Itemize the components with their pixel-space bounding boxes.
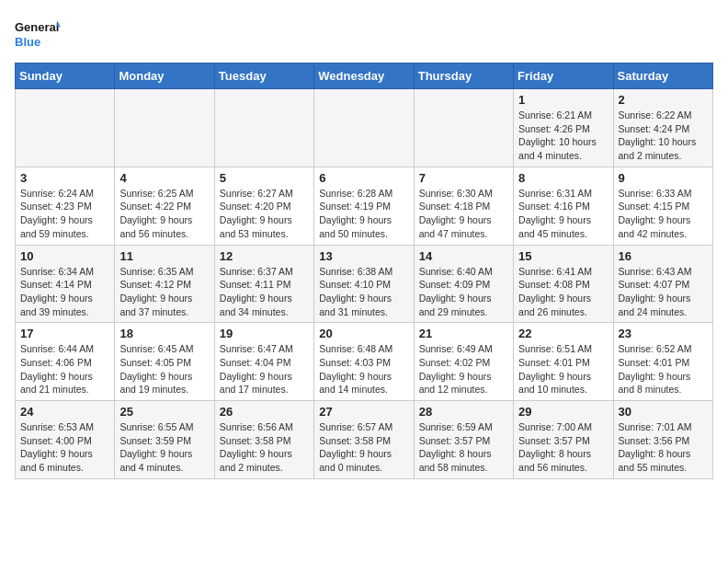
day-number: 18 (119, 327, 209, 340)
day-number: 10 (20, 249, 109, 263)
calendar-cell: 13Sunrise: 6:38 AM Sunset: 4:10 PM Dayli… (314, 245, 414, 323)
day-info: Sunrise: 6:33 AM Sunset: 4:15 PM Dayligh… (619, 187, 708, 241)
day-info: Sunrise: 6:51 AM Sunset: 4:01 PM Dayligh… (518, 342, 608, 396)
day-info: Sunrise: 6:53 AM Sunset: 4:00 PM Dayligh… (20, 420, 109, 475)
calendar-cell: 22Sunrise: 6:51 AM Sunset: 4:01 PM Dayli… (514, 323, 613, 401)
day-header-sunday: Sunday (16, 63, 115, 89)
day-info: Sunrise: 6:27 AM Sunset: 4:20 PM Dayligh… (220, 187, 309, 241)
calendar-cell (414, 89, 513, 167)
calendar-cell: 8Sunrise: 6:31 AM Sunset: 4:16 PM Daylig… (514, 167, 613, 245)
calendar-cell (16, 89, 115, 167)
day-number: 12 (220, 249, 309, 263)
calendar-cell: 18Sunrise: 6:45 AM Sunset: 4:05 PM Dayli… (115, 323, 214, 401)
calendar-cell: 30Sunrise: 7:01 AM Sunset: 3:56 PM Dayli… (613, 401, 712, 479)
calendar-cell: 4Sunrise: 6:25 AM Sunset: 4:22 PM Daylig… (115, 167, 214, 245)
calendar-cell: 6Sunrise: 6:28 AM Sunset: 4:19 PM Daylig… (314, 167, 414, 245)
day-number: 19 (220, 327, 309, 340)
calendar-cell: 15Sunrise: 6:41 AM Sunset: 4:08 PM Dayli… (514, 245, 613, 323)
day-header-friday: Friday (514, 63, 613, 89)
day-header-wednesday: Wednesday (314, 63, 414, 89)
day-info: Sunrise: 6:43 AM Sunset: 4:07 PM Dayligh… (619, 265, 708, 319)
week-row-3: 10Sunrise: 6:34 AM Sunset: 4:14 PM Dayli… (16, 245, 713, 323)
week-row-2: 3Sunrise: 6:24 AM Sunset: 4:23 PM Daylig… (16, 167, 713, 245)
svg-text:General: General (15, 20, 59, 34)
calendar-cell: 1Sunrise: 6:21 AM Sunset: 4:26 PM Daylig… (514, 89, 613, 167)
day-info: Sunrise: 7:01 AM Sunset: 3:56 PM Dayligh… (619, 420, 708, 475)
calendar-table: SundayMondayTuesdayWednesdayThursdayFrid… (15, 63, 713, 479)
calendar-cell: 5Sunrise: 6:27 AM Sunset: 4:20 PM Daylig… (214, 167, 313, 245)
calendar-cell (214, 89, 313, 167)
calendar-cell: 26Sunrise: 6:56 AM Sunset: 3:58 PM Dayli… (214, 401, 313, 479)
day-number: 14 (419, 249, 508, 263)
day-number: 6 (319, 171, 408, 185)
logo: General Blue (15, 15, 61, 55)
day-info: Sunrise: 6:52 AM Sunset: 4:01 PM Dayligh… (619, 342, 708, 396)
day-header-monday: Monday (115, 63, 214, 89)
calendar-cell: 25Sunrise: 6:55 AM Sunset: 3:59 PM Dayli… (115, 401, 214, 479)
calendar-cell (115, 89, 214, 167)
day-header-thursday: Thursday (414, 63, 513, 89)
day-header-saturday: Saturday (613, 63, 712, 89)
day-number: 13 (319, 249, 408, 263)
calendar-cell: 27Sunrise: 6:57 AM Sunset: 3:58 PM Dayli… (314, 401, 414, 479)
calendar-cell: 20Sunrise: 6:48 AM Sunset: 4:03 PM Dayli… (314, 323, 414, 401)
day-number: 2 (619, 93, 708, 107)
calendar-header-row: SundayMondayTuesdayWednesdayThursdayFrid… (16, 63, 713, 89)
day-number: 30 (619, 405, 708, 419)
calendar-cell: 24Sunrise: 6:53 AM Sunset: 4:00 PM Dayli… (16, 401, 115, 479)
day-info: Sunrise: 6:37 AM Sunset: 4:11 PM Dayligh… (220, 265, 309, 319)
day-info: Sunrise: 6:31 AM Sunset: 4:16 PM Dayligh… (518, 187, 608, 241)
day-number: 5 (220, 171, 309, 185)
calendar-cell: 2Sunrise: 6:22 AM Sunset: 4:24 PM Daylig… (613, 89, 712, 167)
calendar-cell: 16Sunrise: 6:43 AM Sunset: 4:07 PM Dayli… (613, 245, 712, 323)
day-number: 16 (619, 249, 708, 263)
day-info: Sunrise: 7:00 AM Sunset: 3:57 PM Dayligh… (518, 420, 608, 475)
calendar-cell (314, 89, 414, 167)
day-info: Sunrise: 6:44 AM Sunset: 4:06 PM Dayligh… (20, 342, 109, 396)
day-info: Sunrise: 6:25 AM Sunset: 4:22 PM Dayligh… (119, 187, 209, 241)
week-row-5: 24Sunrise: 6:53 AM Sunset: 4:00 PM Dayli… (16, 401, 713, 479)
logo-svg: General Blue (15, 15, 61, 55)
day-number: 27 (319, 405, 408, 419)
week-row-4: 17Sunrise: 6:44 AM Sunset: 4:06 PM Dayli… (16, 323, 713, 401)
day-number: 3 (20, 171, 109, 185)
calendar-cell: 21Sunrise: 6:49 AM Sunset: 4:02 PM Dayli… (414, 323, 513, 401)
calendar-cell: 29Sunrise: 7:00 AM Sunset: 3:57 PM Dayli… (514, 401, 613, 479)
day-info: Sunrise: 6:22 AM Sunset: 4:24 PM Dayligh… (619, 109, 708, 163)
day-number: 22 (518, 327, 608, 340)
day-info: Sunrise: 6:59 AM Sunset: 3:57 PM Dayligh… (419, 420, 508, 475)
day-number: 17 (20, 327, 109, 340)
day-number: 26 (220, 405, 309, 419)
day-info: Sunrise: 6:45 AM Sunset: 4:05 PM Dayligh… (119, 342, 209, 396)
day-header-tuesday: Tuesday (214, 63, 313, 89)
calendar-cell: 12Sunrise: 6:37 AM Sunset: 4:11 PM Dayli… (214, 245, 313, 323)
day-number: 4 (119, 171, 209, 185)
page-header: General Blue (15, 15, 713, 55)
day-number: 24 (20, 405, 109, 419)
day-number: 28 (419, 405, 508, 419)
calendar-cell: 7Sunrise: 6:30 AM Sunset: 4:18 PM Daylig… (414, 167, 513, 245)
day-info: Sunrise: 6:56 AM Sunset: 3:58 PM Dayligh… (220, 420, 309, 475)
day-number: 15 (518, 249, 608, 263)
calendar-cell: 3Sunrise: 6:24 AM Sunset: 4:23 PM Daylig… (16, 167, 115, 245)
calendar-cell: 14Sunrise: 6:40 AM Sunset: 4:09 PM Dayli… (414, 245, 513, 323)
day-info: Sunrise: 6:48 AM Sunset: 4:03 PM Dayligh… (319, 342, 408, 396)
day-number: 1 (518, 93, 608, 107)
calendar-cell: 10Sunrise: 6:34 AM Sunset: 4:14 PM Dayli… (16, 245, 115, 323)
day-number: 23 (619, 327, 708, 340)
day-info: Sunrise: 6:34 AM Sunset: 4:14 PM Dayligh… (20, 265, 109, 319)
day-info: Sunrise: 6:28 AM Sunset: 4:19 PM Dayligh… (319, 187, 408, 241)
day-info: Sunrise: 6:41 AM Sunset: 4:08 PM Dayligh… (518, 265, 608, 319)
calendar-cell: 19Sunrise: 6:47 AM Sunset: 4:04 PM Dayli… (214, 323, 313, 401)
calendar-cell: 23Sunrise: 6:52 AM Sunset: 4:01 PM Dayli… (613, 323, 712, 401)
day-number: 7 (419, 171, 508, 185)
calendar-cell: 11Sunrise: 6:35 AM Sunset: 4:12 PM Dayli… (115, 245, 214, 323)
day-number: 9 (619, 171, 708, 185)
day-info: Sunrise: 6:30 AM Sunset: 4:18 PM Dayligh… (419, 187, 508, 241)
day-number: 29 (518, 405, 608, 419)
day-info: Sunrise: 6:49 AM Sunset: 4:02 PM Dayligh… (419, 342, 508, 396)
day-number: 21 (419, 327, 508, 340)
calendar-cell: 9Sunrise: 6:33 AM Sunset: 4:15 PM Daylig… (613, 167, 712, 245)
day-info: Sunrise: 6:40 AM Sunset: 4:09 PM Dayligh… (419, 265, 508, 319)
calendar-cell: 17Sunrise: 6:44 AM Sunset: 4:06 PM Dayli… (16, 323, 115, 401)
